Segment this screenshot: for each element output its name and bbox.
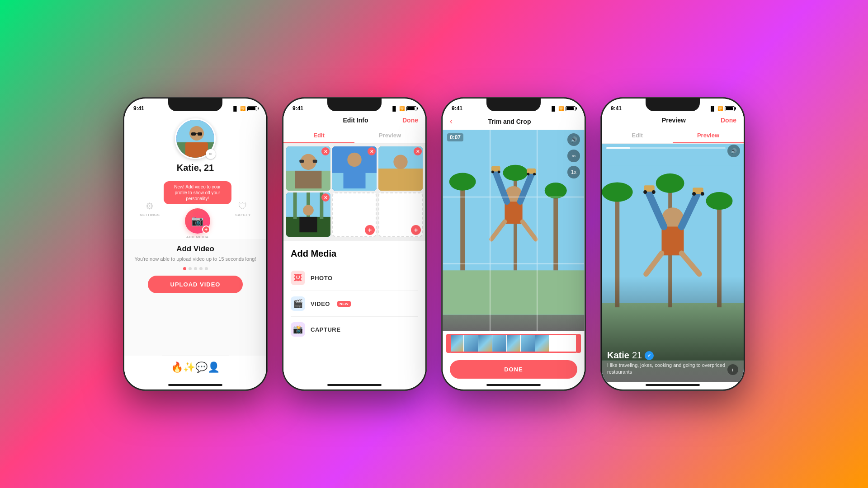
photo-cell-3[interactable]: ✕ [378, 146, 423, 191]
edit-info-done[interactable]: Done [402, 117, 418, 124]
tab-preview-2[interactable]: Preview [354, 127, 425, 143]
add-media-label: ADD MEDIA [186, 235, 209, 239]
remove-photo-4[interactable]: ✕ [321, 193, 330, 202]
dot-2 [189, 267, 192, 270]
frame-3 [478, 334, 492, 353]
photo-cell-4[interactable]: ✕ [286, 192, 330, 237]
photo-cell-1[interactable]: ✕ [286, 146, 330, 191]
trim-filmstrip[interactable] [450, 334, 577, 353]
remove-photo-3[interactable]: ✕ [414, 147, 422, 155]
crop-cell-7 [443, 264, 490, 331]
svg-rect-20 [387, 171, 414, 188]
sound-button-4[interactable]: 🔊 [727, 145, 740, 157]
crop-cell-9 [537, 264, 585, 331]
svg-point-51 [602, 182, 633, 202]
profile-screen: ✏ Katie, 21 ⚙ SETTINGS New! Add video to… [124, 115, 266, 382]
tab-edit-4[interactable]: Edit [602, 127, 673, 143]
preview-done[interactable]: Done [721, 117, 736, 124]
frame-6 [521, 334, 534, 353]
svg-rect-68 [602, 276, 744, 360]
add-media-section: Add Media 🖼 PHOTO 🎬 VIDEO NEW 📸 CA [283, 241, 425, 382]
settings-row: ⚙ SETTINGS New! Add video to your profil… [124, 173, 266, 239]
avatar-edit-button[interactable]: ✏ [206, 149, 216, 159]
photo-option-icon: 🖼 [291, 271, 305, 285]
upload-video-button[interactable]: UPLOAD VIDEO [148, 276, 243, 293]
profile-icon[interactable]: 👤 [208, 361, 220, 373]
frame-9 [564, 334, 577, 353]
trim-header: ‹ Trim and Crop [443, 115, 585, 130]
battery-icon-2 [406, 106, 416, 111]
video-option-icon: 🎬 [291, 296, 305, 311]
svg-point-53 [706, 192, 733, 210]
loop-button[interactable]: ∞ [567, 150, 580, 162]
media-option-capture[interactable]: 📸 CAPTURE [291, 317, 418, 342]
like-icon[interactable]: 🔥 [171, 361, 183, 373]
safety-label: SAFETY [235, 213, 251, 217]
dot-1 [183, 267, 186, 270]
crop-cell-6 [537, 197, 585, 264]
dot-4 [199, 267, 203, 270]
page-dots [183, 267, 208, 270]
phone2: 9:41 ▐▌ 🛜 Edit Info Done Edit [282, 97, 427, 391]
video-timer: 0:07 [447, 133, 463, 141]
photo-cell-2[interactable]: ✕ [332, 146, 377, 191]
info-button[interactable]: i [727, 364, 738, 375]
boost-icon[interactable]: ✨ [183, 361, 195, 373]
svg-rect-11 [299, 160, 304, 163]
crop-cell-8 [490, 264, 538, 331]
avatar-section: ✏ Katie, 21 [175, 115, 216, 173]
trim-done-button[interactable]: DONE [450, 360, 577, 379]
main-container: 9:41 ▐▌ 🛜 [0, 0, 868, 488]
zoom-button[interactable]: 1x [567, 166, 580, 178]
status-time-2: 9:41 [292, 105, 303, 112]
avatar-wrap: ✏ [175, 118, 216, 159]
new-badge: NEW [337, 301, 351, 307]
phone3: 9:41 ▐▌ 🛜 ‹ Trim and Crop [441, 97, 586, 391]
video-preview-3: 0:07 🔊 ∞ 1x [443, 130, 585, 331]
media-option-video[interactable]: 🎬 VIDEO NEW [291, 291, 418, 317]
crop-cell-4 [443, 197, 490, 264]
sound-button-3[interactable]: 🔊 [567, 133, 580, 146]
safety-item[interactable]: 🛡 SAFETY [235, 201, 251, 217]
add-media-section-title: Add Media [291, 249, 418, 259]
video-option-label: VIDEO [311, 300, 330, 307]
notch [168, 99, 222, 111]
preview-name-row: Katie 21 ✓ [607, 350, 738, 361]
add-video-desc: You're now able to upload video up to 15… [135, 256, 256, 262]
photo-cell-empty-2[interactable]: + [378, 192, 423, 237]
add-media-button[interactable]: 📷 + [185, 208, 210, 234]
preview-background [602, 144, 744, 382]
add-photo-btn-2[interactable]: + [411, 225, 421, 235]
remove-photo-2[interactable]: ✕ [368, 147, 376, 155]
media-option-photo[interactable]: 🖼 PHOTO [291, 265, 418, 291]
trim-left-handle[interactable] [446, 334, 450, 353]
verified-badge: ✓ [645, 351, 654, 360]
frame-7 [535, 334, 549, 353]
photo-grid: ✕ ✕ [283, 144, 425, 239]
add-photo-btn-1[interactable]: + [365, 225, 375, 235]
phone4: 9:41 ▐▌ 🛜 Preview Done Edit [600, 97, 745, 391]
add-media-center: New! Add video to your profile to show o… [164, 178, 231, 239]
battery-icon-4 [725, 106, 735, 111]
rewind-icon[interactable]: 💬 [195, 361, 208, 373]
back-button[interactable]: ‹ [450, 117, 453, 126]
wifi-icon-3: 🛜 [558, 106, 564, 111]
capture-option-label: CAPTURE [311, 326, 340, 333]
dot-5 [205, 267, 208, 270]
settings-item[interactable]: ⚙ SETTINGS [140, 201, 160, 217]
svg-point-55 [656, 174, 684, 193]
preview-video: 🔊 Katie 21 ✓ I like traveling, jokes, co… [602, 144, 744, 382]
svg-point-62 [643, 190, 647, 194]
seg-control-2: Edit Preview [283, 127, 425, 144]
crop-cell-2 [490, 130, 538, 197]
remove-photo-1[interactable]: ✕ [321, 147, 330, 155]
tab-preview-4[interactable]: Preview [673, 127, 744, 143]
edit-info-screen: Edit Info Done Edit Preview [283, 115, 425, 382]
photo-cell-empty-1[interactable]: + [332, 192, 377, 237]
tab-edit-2[interactable]: Edit [283, 127, 354, 143]
signal-icon-4: ▐▌ [709, 106, 716, 111]
svg-rect-12 [313, 160, 317, 163]
signal-icon-3: ▐▌ [550, 106, 557, 111]
status-icons-2: ▐▌ 🛜 [391, 106, 416, 111]
trim-right-handle[interactable] [577, 334, 581, 353]
